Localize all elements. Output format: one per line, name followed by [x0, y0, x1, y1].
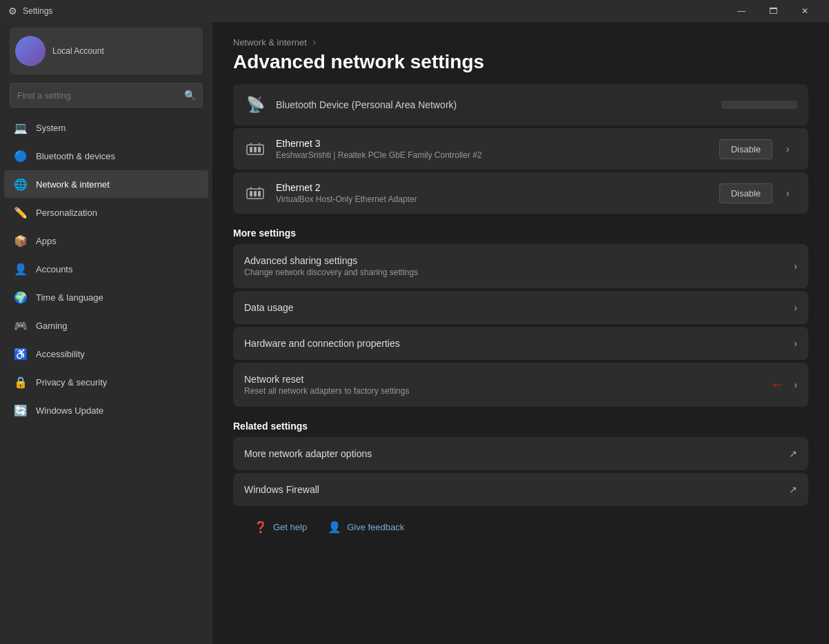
more-setting-row-1[interactable]: Data usage ›: [233, 291, 808, 324]
expand-button-1[interactable]: ›: [778, 183, 797, 203]
user-profile-card[interactable]: Local Account: [10, 28, 203, 74]
search-icon: 🔍: [184, 90, 196, 101]
adapter-desc-0: EeshwarSrishti | Realtek PCIe GbE Family…: [276, 150, 710, 160]
related-content-0: More network adapter options: [244, 448, 781, 459]
nav-icon-network: 🌐: [14, 177, 28, 191]
adapter-actions-0: Disable ›: [719, 139, 797, 159]
nav-label-time: Time & language: [36, 292, 199, 303]
nav-icon-bluetooth: 🔵: [14, 149, 28, 163]
settings-icon: ⚙: [8, 6, 17, 17]
setting-title-0: Advanced sharing settings: [244, 255, 786, 266]
titlebar-left: ⚙ Settings: [8, 6, 52, 17]
setting-desc-3: Reset all network adapters to factory se…: [244, 386, 755, 396]
sidebar-item-apps[interactable]: 📦 Apps: [4, 227, 208, 254]
related-setting-row-1[interactable]: Windows Firewall ↗: [233, 473, 808, 506]
setting-desc-0: Change network discovery and sharing set…: [244, 268, 786, 277]
more-setting-row-3[interactable]: Network reset Reset all network adapters…: [233, 363, 808, 407]
adapter-card-1: Ethernet 2 VirtualBox Host-Only Ethernet…: [233, 172, 808, 214]
search-input[interactable]: [10, 83, 203, 108]
chevron-icon-0: ›: [794, 261, 797, 272]
nav-label-network: Network & internet: [36, 179, 199, 190]
svg-rect-2: [254, 147, 257, 152]
sidebar-item-bluetooth[interactable]: 🔵 Bluetooth & devices: [4, 142, 208, 170]
red-arrow-icon: ←: [770, 376, 786, 394]
sidebar-item-network[interactable]: 🌐 Network & internet: [4, 170, 208, 198]
nav-icon-apps: 📦: [14, 234, 28, 248]
svg-rect-9: [258, 191, 261, 197]
avatar: [15, 36, 46, 66]
titlebar-controls: — 🗖 ✕: [726, 0, 821, 22]
nav-icon-accessibility: ♿: [14, 347, 28, 361]
page-title: Advanced network settings: [233, 51, 808, 73]
more-setting-row-0[interactable]: Advanced sharing settings Change network…: [233, 244, 808, 288]
adapter-icon-1: [244, 182, 266, 204]
breadcrumb-parent[interactable]: Network & internet: [233, 37, 307, 48]
nav-label-accessibility: Accessibility: [36, 349, 199, 359]
sidebar-item-time[interactable]: 🌍 Time & language: [4, 283, 208, 311]
chevron-icon-1: ›: [794, 302, 797, 313]
sidebar-item-update[interactable]: 🔄 Windows Update: [4, 396, 208, 424]
maximize-button[interactable]: 🗖: [757, 0, 789, 22]
sidebar: Local Account 🔍 💻 System 🔵 Bluetooth & d…: [0, 22, 212, 644]
app-container: Local Account 🔍 💻 System 🔵 Bluetooth & d…: [0, 22, 829, 644]
related-setting-row-0[interactable]: More network adapter options ↗: [233, 437, 808, 470]
nav-label-system: System: [36, 123, 199, 133]
nav-label-privacy: Privacy & security: [36, 377, 199, 388]
footer-link-help[interactable]: ❓ Get help: [254, 520, 307, 534]
nav-items-list: 💻 System 🔵 Bluetooth & devices 🌐 Network…: [0, 113, 212, 425]
svg-rect-8: [254, 191, 257, 197]
more-settings-heading: More settings: [233, 228, 808, 239]
more-setting-row-2[interactable]: Hardware and connection properties ›: [233, 327, 808, 360]
sidebar-item-gaming[interactable]: 🎮 Gaming: [4, 312, 208, 339]
chevron-icon-3: ›: [794, 379, 797, 390]
disable-button-0[interactable]: Disable: [719, 139, 772, 159]
partial-adapter-card[interactable]: 📡 Bluetooth Device (Personal Area Networ…: [233, 84, 808, 125]
nav-label-apps: Apps: [36, 236, 199, 246]
footer-link-feedback[interactable]: 👤 Give feedback: [328, 520, 404, 534]
avatar-label: Local Account: [52, 46, 104, 56]
close-button[interactable]: ✕: [789, 0, 821, 22]
external-link-icon-0: ↗: [789, 448, 797, 459]
expand-button-0[interactable]: ›: [778, 139, 797, 159]
sidebar-item-personalization[interactable]: ✏️ Personalization: [4, 199, 208, 226]
breadcrumb-separator: ›: [312, 36, 316, 48]
nav-icon-time: 🌍: [14, 290, 28, 304]
adapter-actions-1: Disable ›: [719, 183, 797, 203]
setting-content-0: Advanced sharing settings Change network…: [244, 255, 786, 277]
disable-button-1[interactable]: Disable: [719, 183, 772, 203]
minimize-button[interactable]: —: [726, 0, 757, 22]
sidebar-item-accessibility[interactable]: ♿ Accessibility: [4, 340, 208, 368]
sidebar-item-privacy[interactable]: 🔒 Privacy & security: [4, 368, 208, 396]
sidebar-item-accounts[interactable]: 👤 Accounts: [4, 255, 208, 283]
setting-content-3: Network reset Reset all network adapters…: [244, 374, 755, 396]
adapter-desc-1: VirtualBox Host-Only Ethernet Adapter: [276, 194, 710, 204]
svg-rect-1: [250, 147, 252, 152]
partial-adapter-actions: [721, 101, 797, 109]
footer-link-icon-feedback: 👤: [328, 520, 341, 534]
nav-icon-system: 💻: [14, 121, 28, 134]
related-settings-heading: Related settings: [233, 421, 808, 432]
setting-title-3: Network reset: [244, 374, 755, 385]
nav-icon-accounts: 👤: [14, 262, 28, 276]
partial-adapter-icon: 📡: [244, 94, 266, 116]
nav-label-personalization: Personalization: [36, 208, 199, 218]
nav-icon-personalization: ✏️: [14, 205, 28, 219]
setting-content-1: Data usage: [244, 302, 786, 313]
footer-link-label-feedback: Give feedback: [347, 522, 404, 532]
nav-icon-update: 🔄: [14, 403, 28, 417]
adapter-info-1: Ethernet 2 VirtualBox Host-Only Ethernet…: [276, 182, 710, 204]
partial-adapter-name: Bluetooth Device (Personal Area Network): [276, 99, 712, 110]
sidebar-item-system[interactable]: 💻 System: [4, 114, 208, 141]
footer-links: ❓ Get help 👤 Give feedback: [233, 509, 808, 545]
nav-icon-gaming: 🎮: [14, 319, 28, 332]
arrow-annotation: ←: [763, 376, 786, 394]
nav-label-accounts: Accounts: [36, 264, 199, 274]
related-title-0: More network adapter options: [244, 448, 781, 459]
titlebar-title: Settings: [23, 6, 52, 16]
adapter-icon-0: [244, 138, 266, 160]
nav-icon-privacy: 🔒: [14, 375, 28, 389]
related-title-1: Windows Firewall: [244, 484, 781, 495]
setting-title-1: Data usage: [244, 302, 786, 313]
footer-link-label-help: Get help: [273, 522, 307, 532]
adapter-info-0: Ethernet 3 EeshwarSrishti | Realtek PCIe…: [276, 138, 710, 160]
